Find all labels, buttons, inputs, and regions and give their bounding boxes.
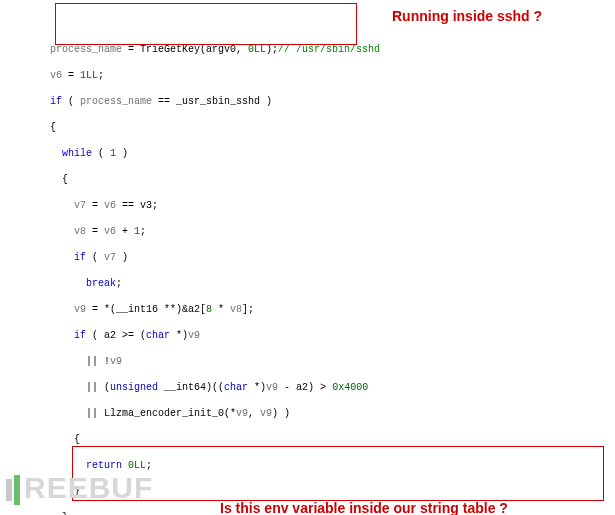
annotation-box-top bbox=[55, 3, 357, 45]
annotation-top: Running inside sshd ? bbox=[392, 10, 542, 23]
code-block: Running inside sshd ? process_name = Tri… bbox=[0, 0, 615, 515]
annotation-bottom: Is this env variable inside our string t… bbox=[220, 502, 508, 515]
